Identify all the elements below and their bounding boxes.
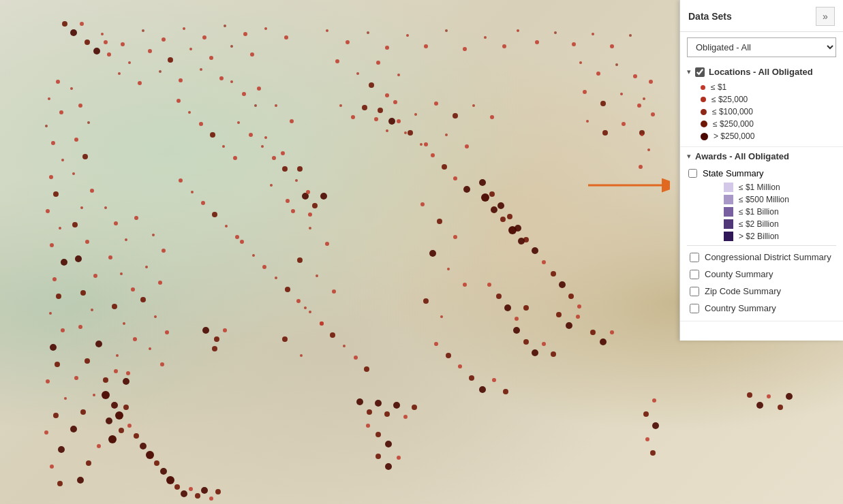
divider-1: [687, 245, 836, 246]
legend-item-1: ≤ $1: [687, 81, 836, 93]
legend-dot-2: [701, 97, 706, 102]
congressional-district-checkbox[interactable]: [690, 253, 699, 262]
state-legend-item-3: ≤ $1 Billion: [710, 206, 836, 218]
collapse-icon: »: [823, 11, 828, 22]
legend-label-1: ≤ $1: [711, 82, 726, 92]
state-legend-sq-1: [724, 183, 733, 192]
awards-chevron: [687, 152, 691, 161]
county-summary-item[interactable]: County Summary: [687, 266, 836, 283]
legend-dot-1: [701, 85, 705, 90]
county-summary-label: County Summary: [705, 269, 773, 279]
legend-item-3: ≤ $100,000: [687, 106, 836, 118]
locations-checkbox[interactable]: [695, 67, 705, 77]
state-legend-label-5: > $2 Billion: [739, 232, 779, 241]
dataset-select[interactable]: Obligated - All Obligated - Selected All…: [687, 37, 836, 57]
state-legend-sq-2: [724, 195, 733, 204]
legend-label-3: ≤ $100,000: [712, 107, 753, 116]
sidebar-title: Data Sets: [688, 11, 732, 22]
state-summary-row[interactable]: State Summary: [687, 166, 836, 181]
legend-label-5: > $250,000: [714, 131, 754, 141]
legend-label-2: ≤ $25,000: [711, 95, 748, 104]
collapse-button[interactable]: »: [816, 7, 835, 26]
awards-section: Awards - All Obligated State Summary ≤ $…: [680, 147, 843, 321]
state-legend-label-4: ≤ $2 Billion: [739, 219, 779, 229]
state-legend-label-3: ≤ $1 Billion: [739, 207, 779, 217]
zip-code-summary-checkbox[interactable]: [690, 287, 699, 296]
state-legend-sq-5: [724, 232, 733, 241]
legend-item-4: ≤ $250,000: [687, 118, 836, 130]
legend-dot-5: [701, 133, 708, 140]
legend-dot-4: [701, 121, 707, 127]
county-summary-checkbox[interactable]: [690, 270, 699, 279]
state-legend-item-1: ≤ $1 Million: [710, 181, 836, 193]
state-legend-label-1: ≤ $1 Million: [739, 183, 780, 192]
congressional-district-label: Congressional District Summary: [705, 252, 831, 262]
legend-label-4: ≤ $250,000: [713, 119, 754, 129]
legend-dot-3: [701, 109, 707, 115]
country-summary-item[interactable]: Country Summary: [687, 300, 836, 317]
locations-section-header[interactable]: Locations - All Obligated: [687, 67, 836, 77]
state-summary-checkbox[interactable]: [688, 169, 697, 178]
congressional-district-item[interactable]: Congressional District Summary: [687, 249, 836, 266]
country-summary-checkbox[interactable]: [690, 304, 699, 313]
state-legend-item-5: > $2 Billion: [710, 230, 836, 242]
state-legend-sq-3: [724, 207, 733, 217]
sidebar-panel: Data Sets » Obligated - All Obligated - …: [679, 0, 843, 341]
legend-item-2: ≤ $25,000: [687, 93, 836, 106]
dataset-dropdown-container[interactable]: Obligated - All Obligated - Selected All…: [687, 37, 836, 57]
country-summary-label: Country Summary: [705, 303, 776, 313]
state-legend-item-2: ≤ $500 Million: [710, 193, 836, 206]
locations-chevron: [687, 67, 691, 76]
legend-item-5: > $250,000: [687, 130, 836, 142]
awards-label: Awards - All Obligated: [695, 151, 789, 161]
state-legend-sq-4: [724, 219, 733, 229]
state-legend-label-2: ≤ $500 Million: [739, 195, 789, 204]
state-legend-item-4: ≤ $2 Billion: [710, 218, 836, 230]
state-summary-legend: ≤ $1 Million ≤ $500 Million ≤ $1 Billion…: [687, 181, 836, 242]
zip-code-summary-item[interactable]: Zip Code Summary: [687, 283, 836, 300]
state-summary-label: State Summary: [703, 168, 764, 178]
zip-code-summary-label: Zip Code Summary: [705, 286, 781, 296]
locations-section: Locations - All Obligated ≤ $1 ≤ $25,000…: [680, 63, 843, 147]
locations-label: Locations - All Obligated: [709, 67, 813, 77]
awards-section-header[interactable]: Awards - All Obligated: [687, 151, 836, 161]
sidebar-header: Data Sets »: [680, 0, 843, 32]
